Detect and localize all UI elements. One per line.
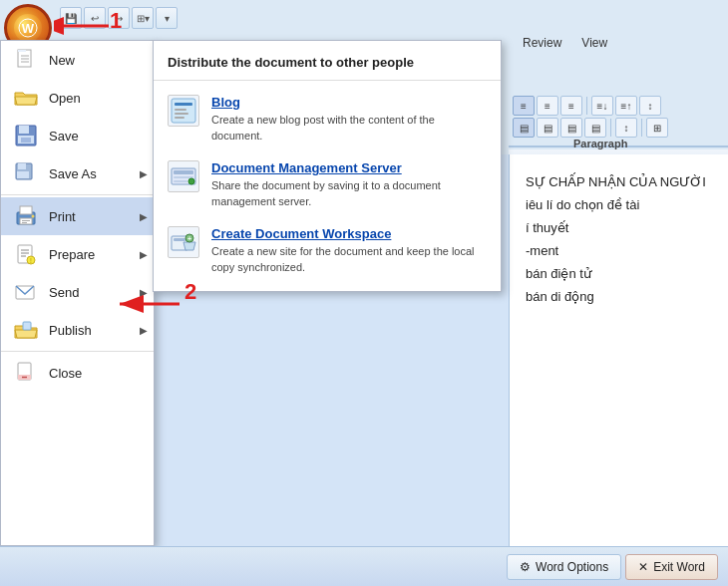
doc-line-5: bán điện tử (526, 266, 712, 281)
submenu-header: Distribute the document to other people (154, 49, 501, 81)
submenu-workspace[interactable]: + Create Document Workspace Create a new… (154, 218, 501, 284)
office-logo-icon: W (18, 18, 38, 38)
menu-open-label: Open (49, 91, 81, 106)
svg-rect-40 (174, 180, 187, 182)
new-file-icon (11, 47, 41, 73)
format-row-2: ▤ ▤ ▤ ▤ ↕ ⊞ (513, 118, 724, 138)
menu-print-label: Print (49, 209, 76, 224)
align-right-btn[interactable]: ▤ (560, 118, 582, 138)
send-icon (11, 279, 41, 305)
svg-rect-14 (18, 163, 26, 169)
list-btn-3[interactable]: ≡ (560, 96, 582, 116)
sep1 (586, 97, 587, 115)
word-options-icon: ⚙ (520, 560, 531, 574)
exit-word-icon: ✕ (638, 560, 648, 574)
number-annotation-2: 2 (184, 279, 196, 305)
submenu-dms[interactable]: Document Management Server Share the doc… (154, 152, 501, 218)
save-as-icon (11, 160, 41, 186)
tab-view[interactable]: View (575, 34, 613, 52)
menu-sep-2 (1, 351, 154, 352)
svg-text:!: ! (30, 257, 32, 264)
blog-icon (168, 95, 199, 127)
save-as-arrow-icon: ▶ (140, 168, 148, 179)
indent-btn[interactable]: ↕ (615, 118, 637, 138)
number-annotation-1: 1 (110, 8, 122, 34)
dms-title: Document Management Server (211, 160, 487, 175)
svg-rect-10 (19, 126, 29, 134)
menu-prepare-label: Prepare (49, 247, 95, 262)
print-icon (11, 203, 41, 229)
tab-review[interactable]: Review (517, 34, 567, 52)
doc-line-3: í thuyết (526, 220, 712, 235)
workspace-icon: + (168, 226, 199, 258)
align-btn-1[interactable]: ≡↓ (591, 96, 613, 116)
menu-send-label: Send (49, 285, 79, 300)
workspace-title: Create Document Workspace (211, 226, 487, 241)
menu-close-label: Close (49, 366, 82, 381)
align-btn-3[interactable]: ↕ (639, 96, 661, 116)
svg-rect-35 (175, 113, 188, 115)
align-center-btn[interactable]: ▤ (537, 118, 558, 138)
svg-rect-19 (22, 220, 30, 221)
workspace-description: Create a new site for the document and k… (211, 245, 475, 273)
publish-icon (11, 317, 41, 343)
svg-rect-29 (23, 322, 31, 330)
dms-description: Share the document by saving it to a doc… (211, 179, 441, 207)
extra-qa-btn[interactable]: ▾ (156, 7, 178, 29)
svg-rect-12 (21, 138, 31, 143)
open-folder-icon (11, 85, 41, 111)
menu-item-save-as[interactable]: Save As ▶ (1, 154, 154, 192)
blog-title: Blog (211, 95, 487, 110)
doc-line-2: iêu lí do chọn đề tài (526, 197, 712, 212)
word-options-button[interactable]: ⚙ Word Options (507, 554, 621, 580)
exit-word-button[interactable]: ✕ Exit Word (625, 554, 718, 580)
menu-publish-label: Publish (49, 323, 92, 338)
workspace-text: Create Document Workspace Create a new s… (211, 226, 487, 276)
doc-line-6: bán di động (526, 289, 712, 304)
dms-text: Document Management Server Share the doc… (211, 160, 487, 210)
menu-save-as-label: Save As (49, 166, 97, 181)
svg-rect-38 (174, 170, 193, 174)
sep2 (610, 119, 611, 137)
exit-word-label: Exit Word (653, 560, 705, 574)
svg-rect-17 (20, 206, 32, 214)
align-left-btn[interactable]: ▤ (513, 118, 535, 138)
menu-save-label: Save (49, 129, 79, 144)
prepare-arrow-icon: ▶ (140, 249, 148, 260)
menu-new-label: New (49, 53, 75, 68)
svg-rect-36 (175, 117, 184, 119)
distribute-submenu: Distribute the document to other people … (153, 40, 502, 292)
doc-line-4: -ment (526, 243, 712, 258)
menu-item-close[interactable]: Close (1, 354, 154, 392)
menu-item-open[interactable]: Open (1, 79, 154, 117)
align-justify-btn[interactable]: ▤ (584, 118, 606, 138)
menu-item-prepare[interactable]: ! Prepare ▶ (1, 235, 154, 273)
ribbon-tabs: Review View (509, 32, 728, 54)
svg-point-21 (32, 215, 35, 218)
svg-rect-5 (18, 50, 26, 52)
office-button-inner: W (14, 14, 42, 42)
customize-qa-btn[interactable]: ⊞▾ (132, 7, 154, 29)
svg-text:W: W (22, 21, 35, 36)
svg-rect-43 (174, 238, 185, 241)
close-doc-icon (11, 360, 41, 386)
submenu-blog[interactable]: Blog Create a new blog post with the con… (154, 87, 501, 152)
doc-content: SỰ CHẤP NHẬN CỦA NGƯỜI iêu lí do chọn đề… (509, 154, 728, 546)
prepare-icon: ! (11, 241, 41, 267)
border-btn[interactable]: ⊞ (646, 118, 668, 138)
align-btn-2[interactable]: ≡↑ (615, 96, 637, 116)
menu-item-print[interactable]: Print ▶ (1, 197, 154, 235)
paragraph-label: Paragraph (573, 138, 627, 149)
svg-point-41 (188, 178, 194, 184)
print-arrow-icon: ▶ (140, 211, 148, 222)
save-disk-icon (11, 123, 41, 148)
menu-sep-1 (1, 194, 154, 195)
menu-item-save[interactable]: Save (1, 117, 154, 154)
svg-rect-34 (175, 109, 186, 111)
format-row-1: ≡ ≡ ≡ ≡↓ ≡↑ ↕ (513, 96, 724, 116)
blog-description: Create a new blog post with the content … (211, 114, 435, 142)
list-btn-1[interactable]: ≡ (513, 96, 535, 116)
word-options-label: Word Options (536, 560, 608, 574)
list-btn-2[interactable]: ≡ (537, 96, 558, 116)
svg-rect-15 (17, 171, 29, 178)
